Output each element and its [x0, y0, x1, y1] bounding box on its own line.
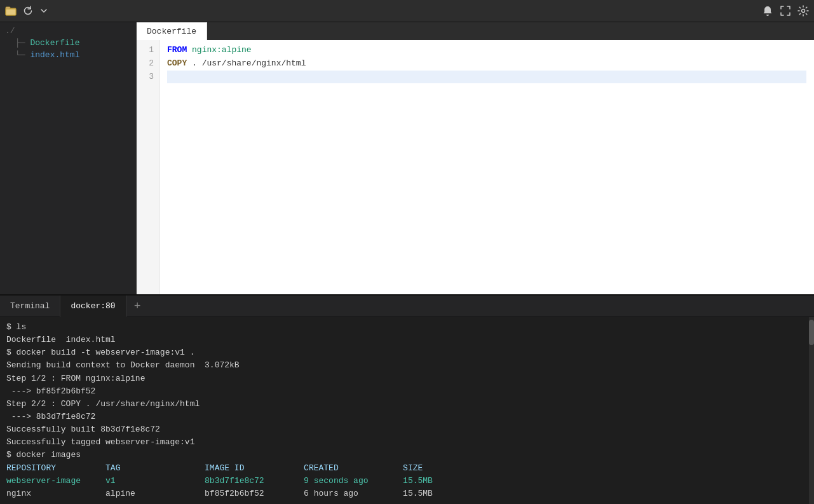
editor-content[interactable]: 1 2 3 FROM nginx:alpine COPY . /usr/shar… [137, 40, 814, 294]
chevron-down-icon[interactable] [39, 6, 48, 15]
main-area: ./ ├─ Dockerfile └─ index.html Dockerfil… [0, 22, 814, 294]
tree-connector-root: ./ [5, 26, 15, 36]
terminal-scrollbar[interactable] [809, 317, 814, 504]
bell-icon[interactable] [762, 5, 773, 17]
terminal-line-10: Successfully tagged webserver-image:v1 [6, 436, 808, 449]
line-num-3: 3 [142, 71, 154, 84]
tree-connector-index: └─ [15, 50, 25, 60]
tab-terminal[interactable]: Terminal [0, 296, 60, 317]
add-terminal-button[interactable]: + [126, 297, 149, 315]
tab-docker80[interactable]: docker:80 [60, 296, 126, 317]
file-tree: ./ ├─ Dockerfile └─ index.html [0, 22, 137, 294]
code-body[interactable]: FROM nginx:alpine COPY . /usr/share/ngin… [159, 40, 814, 294]
code-line-2: COPY . /usr/share/nginx/html [167, 57, 806, 71]
terminal-line-2: Dockerfile index.html [6, 334, 808, 346]
terminal-line-3: $ docker build -t webserver-image:v1 . [6, 346, 808, 359]
terminal-line-14: nginx alpine bf85f2b6bf52 6 hours ago 15… [6, 487, 808, 500]
toolbar [0, 0, 814, 22]
tree-item-indexhtml[interactable]: └─ index.html [0, 49, 136, 61]
terminal-line-7: Step 2/2 : COPY . /usr/share/nginx/html [6, 398, 808, 411]
svg-point-3 [802, 10, 805, 13]
toolbar-right [762, 5, 809, 17]
indexhtml-label: index.html [30, 50, 79, 60]
editor-area: Dockerfile 1 2 3 FROM nginx:alpine COPY … [137, 22, 814, 294]
terminal-line-9: Successfully built 8b3d7f1e8c72 [6, 423, 808, 436]
settings-icon[interactable] [797, 5, 809, 17]
tab-terminal-label: Terminal [10, 301, 50, 311]
terminal-line-4: Sending build context to Docker daemon 3… [6, 359, 808, 372]
terminal-content[interactable]: $ ls Dockerfile index.html $ docker buil… [0, 317, 814, 504]
line-num-2: 2 [142, 57, 154, 71]
terminal-line-11: $ docker images [6, 449, 808, 461]
tab-docker80-label: docker:80 [71, 301, 115, 311]
terminal-line-13: webserver-image v1 8b3d7f1e8c72 9 second… [6, 475, 808, 487]
terminal-line-8: ---> 8b3d7f1e8c72 [6, 411, 808, 423]
tab-dockerfile-label: Dockerfile [147, 27, 196, 36]
toolbar-left [5, 6, 48, 16]
folder-open-icon[interactable] [5, 6, 17, 16]
terminal-line-12: REPOSITORY TAG IMAGE ID CREATED SIZE [6, 462, 808, 475]
tree-item-dockerfile[interactable]: ├─ Dockerfile [0, 37, 136, 49]
tree-connector-dockerfile: ├─ [15, 38, 25, 48]
editor-tabs: Dockerfile [137, 22, 814, 40]
terminal-line-1: $ ls [6, 321, 808, 334]
fullscreen-icon[interactable] [780, 5, 791, 17]
terminal-line-6: ---> bf85f2b6bf52 [6, 385, 808, 398]
terminal-line-5: Step 1/2 : FROM nginx:alpine [6, 372, 808, 385]
terminal-scrollbar-thumb[interactable] [809, 320, 814, 345]
add-terminal-icon: + [134, 300, 141, 313]
dockerfile-label: Dockerfile [30, 38, 79, 48]
refresh-icon[interactable] [23, 6, 33, 16]
code-line-1: FROM nginx:alpine [167, 44, 806, 57]
terminal-area: Terminal docker:80 + $ ls Dockerfile ind… [0, 294, 814, 504]
tree-root[interactable]: ./ [0, 25, 136, 37]
svg-rect-2 [6, 9, 16, 15]
terminal-tabs: Terminal docker:80 + [0, 296, 814, 317]
line-numbers: 1 2 3 [137, 40, 159, 294]
code-line-3 [167, 71, 806, 84]
tab-dockerfile[interactable]: Dockerfile [137, 22, 207, 40]
line-num-1: 1 [142, 44, 154, 57]
